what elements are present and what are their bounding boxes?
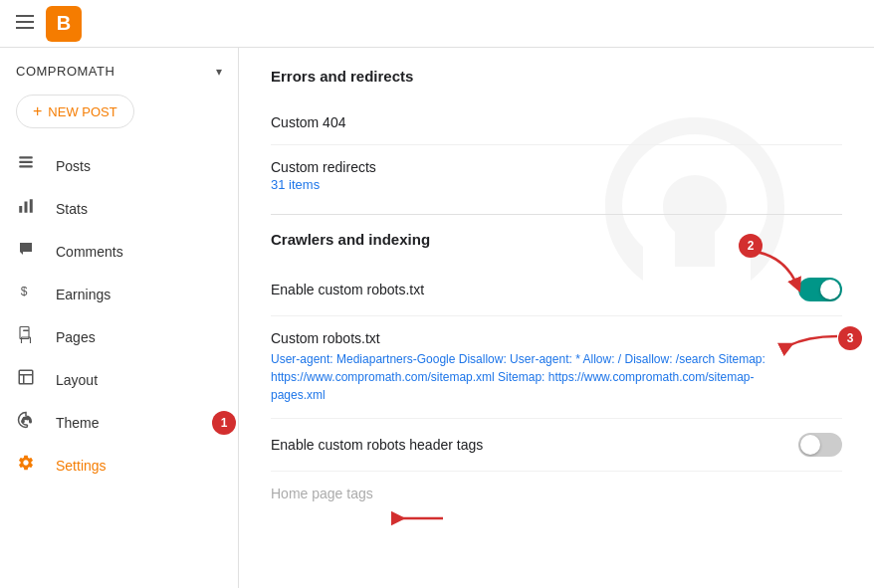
- sidebar-item-earnings[interactable]: $ Earnings: [0, 273, 226, 315]
- sidebar-label-theme: Theme: [56, 415, 100, 431]
- annotation-badge-2: 2: [739, 234, 763, 258]
- enable-robots-row: Enable custom robots.txt 2: [271, 264, 842, 316]
- blogger-logo: B: [46, 6, 82, 42]
- annotation-badge-3: 3: [838, 326, 862, 350]
- annotation-3-container: 3: [838, 326, 862, 350]
- robots-toggle-on[interactable]: [798, 278, 842, 301]
- theme-icon: [16, 411, 36, 434]
- svg-point-18: [26, 417, 28, 419]
- custom-redirects-label[interactable]: Custom redirects: [271, 159, 376, 175]
- new-post-label: NEW POST: [48, 104, 116, 119]
- svg-rect-1: [16, 21, 34, 23]
- custom-robots-text-value[interactable]: User-agent: Mediapartners-Google Disallo…: [271, 350, 768, 404]
- svg-text:$: $: [21, 285, 28, 298]
- sidebar-item-pages[interactable]: Pages: [0, 315, 226, 358]
- enable-header-tags-label: Enable custom robots header tags: [271, 437, 483, 453]
- app-header: B: [0, 0, 874, 48]
- custom-404-label[interactable]: Custom 404: [271, 114, 345, 130]
- posts-icon: [16, 154, 36, 177]
- enable-header-tags-row: Enable custom robots header tags: [271, 419, 842, 472]
- annotation-badge-1: 1: [212, 411, 236, 435]
- sidebar-label-posts: Posts: [56, 158, 91, 174]
- blog-selector[interactable]: COMPROMATH ▾: [0, 56, 238, 91]
- sidebar-item-posts[interactable]: Posts: [0, 144, 226, 187]
- menu-icon[interactable]: [16, 15, 34, 33]
- home-page-tags-row: Home page tags: [271, 472, 842, 515]
- svg-rect-5: [19, 165, 33, 167]
- custom-robots-row: Custom robots.txt User-agent: Mediapartn…: [271, 316, 842, 419]
- sidebar-label-pages: Pages: [56, 329, 96, 345]
- sidebar-label-comments: Comments: [56, 244, 123, 260]
- custom-robots-label: Custom robots.txt: [271, 330, 380, 346]
- sidebar: COMPROMATH ▾ + NEW POST Posts Stats: [0, 48, 239, 588]
- pages-icon: [16, 325, 36, 348]
- annotation-2-container: 2: [739, 234, 763, 258]
- svg-rect-11: [23, 330, 29, 332]
- sidebar-item-comments[interactable]: Comments: [0, 230, 226, 273]
- dropdown-arrow-icon: ▾: [216, 65, 222, 79]
- custom-redirects-row: Custom redirects 31 items: [271, 145, 842, 206]
- errors-section-title: Errors and redirects: [271, 68, 842, 85]
- custom-redirects-count: 31 items: [271, 177, 320, 192]
- section-divider: [271, 214, 842, 215]
- enable-robots-label: Enable custom robots.txt: [271, 282, 424, 297]
- custom-404-row: Custom 404: [271, 100, 842, 145]
- header-tags-toggle-off[interactable]: [798, 433, 842, 457]
- sidebar-label-layout: Layout: [56, 372, 98, 388]
- new-post-button[interactable]: + NEW POST: [16, 95, 134, 128]
- content-inner: Errors and redirects Custom 404 Custom r…: [271, 68, 842, 515]
- svg-rect-13: [19, 370, 33, 384]
- sidebar-label-stats: Stats: [56, 201, 88, 217]
- svg-rect-6: [19, 206, 22, 213]
- svg-rect-8: [30, 199, 33, 213]
- sidebar-item-settings[interactable]: Settings: [0, 444, 226, 487]
- blog-name: COMPROMATH: [16, 64, 216, 79]
- arrow-1: [383, 503, 453, 533]
- svg-rect-4: [19, 161, 33, 163]
- layout-icon: [16, 368, 36, 391]
- stats-icon: [16, 197, 36, 220]
- errors-section: Errors and redirects Custom 404 Custom r…: [271, 68, 842, 206]
- svg-point-16: [22, 420, 24, 422]
- earnings-icon: $: [16, 283, 36, 305]
- sidebar-item-theme[interactable]: Theme 1: [0, 401, 226, 444]
- svg-point-17: [23, 417, 25, 419]
- settings-icon: [16, 454, 36, 477]
- sidebar-item-stats[interactable]: Stats: [0, 187, 226, 230]
- sidebar-item-layout[interactable]: Layout: [0, 358, 226, 401]
- content-area: Errors and redirects Custom 404 Custom r…: [239, 48, 874, 588]
- comments-icon: [16, 240, 36, 263]
- svg-rect-2: [16, 27, 34, 29]
- sidebar-label-earnings: Earnings: [56, 287, 110, 302]
- svg-rect-3: [19, 156, 33, 158]
- svg-rect-7: [25, 202, 28, 213]
- svg-rect-0: [16, 15, 34, 17]
- plus-icon: +: [33, 102, 42, 120]
- main-layout: COMPROMATH ▾ + NEW POST Posts Stats: [0, 48, 874, 588]
- crawlers-section: Crawlers and indexing Enable custom robo…: [271, 231, 842, 515]
- home-page-tags-label: Home page tags: [271, 486, 373, 501]
- sidebar-label-settings: Settings: [56, 458, 107, 474]
